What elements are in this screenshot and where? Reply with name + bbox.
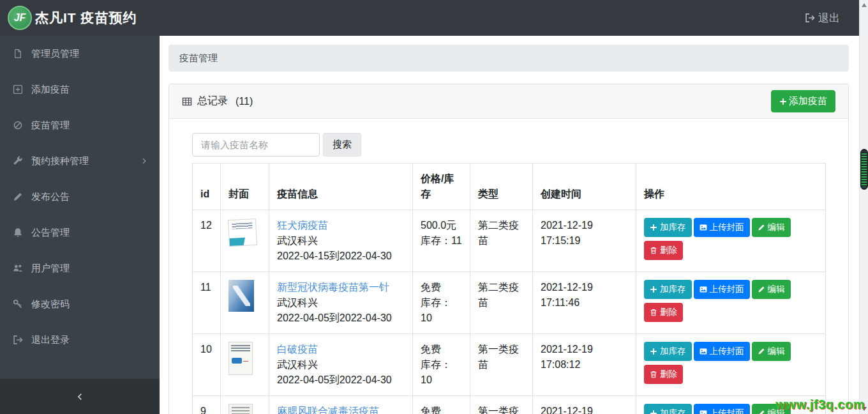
image-icon — [700, 410, 707, 414]
sidebar: 管理员管理 添加疫苗 疫苗管理 预约接种管理 发布公告 公告管理 用户管理 — [0, 36, 160, 414]
cover-cell — [221, 210, 269, 272]
upload-cover-button[interactable]: 上传封面 — [694, 342, 750, 361]
type-cell: 第二类疫苗 — [470, 272, 533, 334]
sidebar-item-appointment-management[interactable]: 预约接种管理 — [0, 143, 160, 179]
edit-button[interactable]: 编辑 — [752, 280, 791, 299]
sidebar-collapse-button[interactable] — [0, 379, 160, 414]
table-row: 9 麻腮风联合减毒活疫苗 免费 第一类疫苗 2021-12-19 — [193, 396, 826, 414]
pencil-icon — [758, 410, 765, 414]
add-stock-button[interactable]: 加库存 — [644, 342, 692, 361]
record-count: (11) — [236, 96, 253, 107]
sidebar-item-admin-management[interactable]: 管理员管理 — [0, 36, 160, 72]
info-cell: 狂犬病疫苗 武汉科兴 2022-04-15到2022-04-30 — [269, 210, 413, 272]
sign-out-icon — [13, 335, 23, 345]
cover-cell — [221, 396, 269, 414]
info-cell: 麻腮风联合减毒活疫苗 — [269, 396, 413, 414]
sync-icon — [13, 120, 23, 130]
cover-image — [228, 342, 253, 375]
chevron-right-icon — [140, 157, 148, 165]
id-cell: 9 — [193, 396, 221, 414]
vaccine-name-link[interactable]: 麻腮风联合减毒活疫苗 — [277, 406, 379, 414]
header-actions: 操作 — [636, 164, 826, 210]
validity-range: 2022-04-15到2022-04-30 — [277, 249, 405, 264]
bell-icon — [13, 227, 23, 238]
cover-image — [228, 404, 253, 414]
brand[interactable]: JF 杰凡IT 疫苗预约 — [8, 6, 137, 30]
scrollbar-thumb[interactable] — [860, 149, 868, 190]
table-row: 10 白破疫苗 武汉科兴 2022-04-05到2022-04-30 免费 库存… — [193, 334, 826, 396]
sidebar-item-user-management[interactable]: 用户管理 — [0, 250, 160, 286]
users-icon — [13, 263, 23, 273]
header-info: 疫苗信息 — [269, 164, 413, 210]
top-navbar: JF 杰凡IT 疫苗预约 退出 — [0, 0, 868, 36]
vaccine-name-link[interactable]: 白破疫苗 — [277, 344, 318, 355]
delete-button[interactable]: 删除 — [644, 241, 683, 260]
sidebar-item-label: 疫苗管理 — [31, 119, 70, 132]
header-cover: 封面 — [221, 164, 269, 210]
sidebar-item-label: 发布公告 — [31, 191, 70, 203]
sidebar-item-change-password[interactable]: 修改密码 — [0, 286, 160, 322]
table-row: 12 狂犬病疫苗 武汉科兴 2022-04-15到2022-04-30 500.… — [193, 210, 826, 272]
edit-button[interactable]: 编辑 — [752, 218, 791, 237]
logout-label: 退出 — [818, 11, 840, 26]
validity-range: 2022-04-05到2022-04-30 — [277, 372, 405, 388]
brand-title: 杰凡IT 疫苗预约 — [35, 9, 137, 27]
sidebar-item-label: 用户管理 — [31, 263, 70, 275]
scroll-up-arrow-icon[interactable] — [862, 3, 867, 7]
card-body: 搜索 id 封面 疫苗信息 价格/库存 类型 创建时间 操作 — [169, 119, 848, 414]
pencil-icon — [758, 286, 765, 293]
add-stock-button[interactable]: 加库存 — [644, 280, 692, 299]
created-cell: 2021-12-19 17:15:19 — [533, 210, 636, 272]
sidebar-item-label: 预约接种管理 — [31, 155, 89, 167]
vaccine-name-link[interactable]: 新型冠状病毒疫苗第一针 — [277, 282, 389, 293]
add-stock-button[interactable]: 加库存 — [644, 218, 692, 237]
sidebar-item-add-vaccine[interactable]: 添加疫苗 — [0, 72, 160, 107]
vaccine-name-link[interactable]: 狂犬病疫苗 — [277, 220, 328, 231]
add-vaccine-label: 添加疫苗 — [789, 95, 827, 107]
price-cell: 免费 库存：10 — [413, 334, 470, 396]
price-cell: 免费 — [413, 396, 470, 414]
scrollbar[interactable] — [859, 0, 868, 414]
image-icon — [700, 348, 707, 355]
add-stock-button[interactable]: 加库存 — [644, 404, 692, 414]
add-vaccine-button[interactable]: 添加疫苗 — [771, 90, 835, 112]
type-cell: 第一类疫苗 — [470, 396, 533, 414]
search-input[interactable] — [192, 133, 320, 157]
app-logo-icon: JF — [8, 6, 32, 30]
plus-icon — [779, 98, 787, 105]
actions-cell: 加库存上传封面编辑删除 — [636, 272, 826, 334]
table-header-row: id 封面 疫苗信息 价格/库存 类型 创建时间 操作 — [193, 164, 826, 210]
upload-cover-button[interactable]: 上传封面 — [694, 218, 750, 237]
plus-icon — [650, 286, 657, 293]
file-icon — [13, 49, 23, 59]
cover-image — [228, 218, 257, 247]
price-cell: 500.0元 库存：11 — [413, 210, 470, 272]
delete-button[interactable]: 删除 — [644, 365, 683, 384]
table-row: 11 新型冠状病毒疫苗第一针 武汉科兴 2022-04-05到2022-04-3… — [193, 272, 826, 334]
sidebar-item-label: 管理员管理 — [31, 48, 79, 60]
trash-icon — [650, 309, 657, 316]
manufacturer: 武汉科兴 — [277, 295, 405, 310]
breadcrumb: 疫苗管理 — [168, 45, 849, 72]
breadcrumb-title: 疫苗管理 — [179, 52, 218, 65]
search-row: 搜索 — [192, 133, 825, 157]
edit-button[interactable]: 编辑 — [752, 342, 791, 361]
id-cell: 11 — [193, 272, 221, 334]
sidebar-item-vaccine-management[interactable]: 疫苗管理 — [0, 107, 160, 143]
delete-button[interactable]: 删除 — [644, 303, 683, 322]
header-id: id — [193, 164, 221, 210]
sidebar-item-notice-management[interactable]: 公告管理 — [0, 215, 160, 250]
logout-button[interactable]: 退出 — [805, 11, 840, 26]
upload-cover-button[interactable]: 上传封面 — [694, 404, 750, 414]
sign-out-icon — [805, 13, 815, 23]
search-button[interactable]: 搜索 — [323, 133, 361, 157]
sidebar-item-label: 公告管理 — [31, 227, 70, 239]
upload-cover-button[interactable]: 上传封面 — [694, 280, 750, 299]
created-cell: 2021-12-19 17:08:12 — [533, 334, 636, 396]
price: 免费 — [421, 280, 462, 295]
pencil-icon — [758, 348, 765, 355]
sidebar-item-publish-notice[interactable]: 发布公告 — [0, 179, 160, 215]
sidebar-item-label: 修改密码 — [31, 298, 70, 310]
sidebar-item-logout[interactable]: 退出登录 — [0, 322, 160, 358]
trash-icon — [650, 371, 657, 378]
